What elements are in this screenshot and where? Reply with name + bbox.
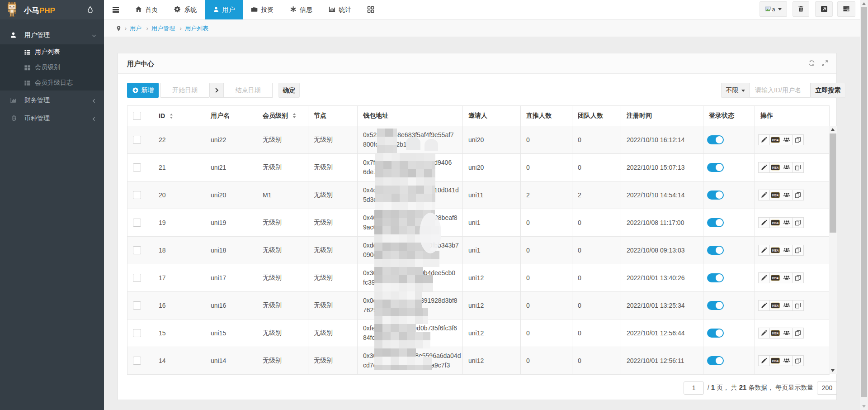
svg-text:VISA: VISA xyxy=(772,138,779,142)
svg-text:VISA: VISA xyxy=(772,166,779,169)
svg-text:VISA: VISA xyxy=(772,221,779,224)
svg-text:VISA: VISA xyxy=(772,304,779,307)
svg-text:VISA: VISA xyxy=(772,194,779,197)
svg-text:VISA: VISA xyxy=(772,332,779,335)
svg-text:VISA: VISA xyxy=(772,249,779,252)
svg-text:VISA: VISA xyxy=(772,277,779,280)
svg-text:VISA: VISA xyxy=(772,359,779,362)
